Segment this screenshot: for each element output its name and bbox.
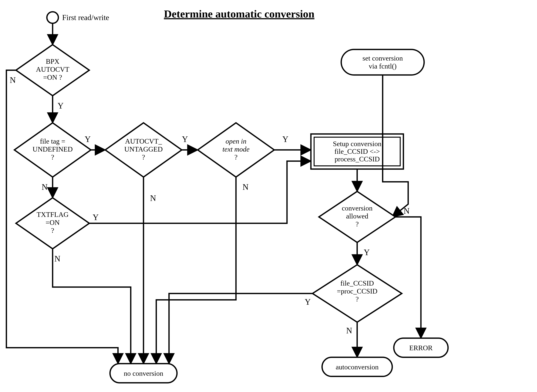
svg-text:N: N xyxy=(55,254,60,263)
svg-text:?: ? xyxy=(356,295,359,303)
edge-open-n xyxy=(156,177,236,364)
svg-text:AUTOCVT_: AUTOCVT_ xyxy=(125,137,162,145)
edge-convallowed-n xyxy=(395,217,421,338)
svg-text:set conversion: set conversion xyxy=(363,54,403,62)
svg-text:N: N xyxy=(42,182,48,191)
decision-autocvt-untagged: AUTOCVT_ UNTAGGED ? xyxy=(105,123,182,177)
decision-txtflag: TXTFLAG =ON ? xyxy=(16,198,89,249)
start-node: First read/write xyxy=(47,12,109,23)
svg-text:?: ? xyxy=(356,220,359,228)
terminal-no-conversion: no conversion xyxy=(110,364,177,383)
svg-text:ERROR: ERROR xyxy=(409,344,433,352)
decision-filetag: file tag = UNDEFINED ? xyxy=(14,123,91,177)
decision-bpx-autocvt: BPX AUTOCVT =ON ? xyxy=(16,45,89,96)
svg-text:Y: Y xyxy=(85,135,91,144)
svg-text:autoconversion: autoconversion xyxy=(336,363,379,371)
svg-text:N: N xyxy=(150,194,156,203)
edge-label-y: Y xyxy=(58,101,64,110)
svg-text:conversion: conversion xyxy=(342,204,372,212)
svg-text:Y: Y xyxy=(305,297,311,306)
svg-text:N: N xyxy=(403,206,410,215)
decision-open-text-mode: open in text mode ? xyxy=(198,123,274,177)
svg-text:=proc_CCSID: =proc_CCSID xyxy=(337,287,378,295)
terminal-autoconversion: autoconversion xyxy=(322,357,392,376)
svg-text:BPX: BPX xyxy=(46,57,60,65)
edge-label-n: N xyxy=(10,75,16,85)
edge-txtflag-y xyxy=(89,161,311,223)
svg-text:TXTFLAG: TXTFLAG xyxy=(37,211,69,219)
svg-text:?: ? xyxy=(235,153,238,161)
edge-txtflag-n xyxy=(53,249,131,364)
decision-ccsid-compare: file_CCSID =proc_CCSID ? xyxy=(313,265,402,322)
svg-text:file_CCSID <->: file_CCSID <-> xyxy=(334,148,380,155)
terminal-error: ERROR xyxy=(394,338,448,357)
svg-text:?: ? xyxy=(51,227,54,234)
svg-text:Y: Y xyxy=(182,135,188,144)
svg-text:AUTOCVT: AUTOCVT xyxy=(36,65,69,73)
svg-point-0 xyxy=(47,12,58,23)
svg-text:allowed: allowed xyxy=(346,212,368,220)
svg-text:=ON: =ON xyxy=(46,219,60,226)
svg-text:?: ? xyxy=(142,153,145,161)
svg-text:via fcntl(): via fcntl() xyxy=(369,62,397,70)
svg-text:N: N xyxy=(346,326,352,335)
svg-text:UNTAGGED: UNTAGGED xyxy=(124,145,163,153)
svg-text:=ON ?: =ON ? xyxy=(43,74,62,81)
svg-text:process_CCSID: process_CCSID xyxy=(334,155,380,163)
svg-text:no conversion: no conversion xyxy=(124,369,163,377)
process-setup-conversion: Setup conversion file_CCSID <-> process_… xyxy=(311,134,403,169)
svg-text:UNDEFINED: UNDEFINED xyxy=(32,145,73,153)
svg-text:Y: Y xyxy=(282,135,288,144)
decision-conversion-allowed: conversion allowed ? xyxy=(319,191,395,242)
svg-text:file_CCSID: file_CCSID xyxy=(340,279,374,287)
svg-text:Y: Y xyxy=(93,213,99,222)
svg-text:text mode: text mode xyxy=(222,145,250,153)
svg-text:file tag =: file tag = xyxy=(40,137,65,145)
svg-text:N: N xyxy=(243,182,249,191)
svg-text:Setup conversion: Setup conversion xyxy=(333,140,381,148)
svg-text:Y: Y xyxy=(364,248,370,257)
diagram-title: Determine automatic conversion xyxy=(164,8,315,20)
terminal-fcntl: set conversion via fcntl() xyxy=(341,49,424,75)
start-label: First read/write xyxy=(62,13,109,22)
flowchart-canvas: Determine automatic conversion First rea… xyxy=(0,0,537,392)
svg-text:open in: open in xyxy=(226,137,246,145)
edge-ccsid-y xyxy=(169,294,313,364)
svg-text:?: ? xyxy=(51,153,54,161)
